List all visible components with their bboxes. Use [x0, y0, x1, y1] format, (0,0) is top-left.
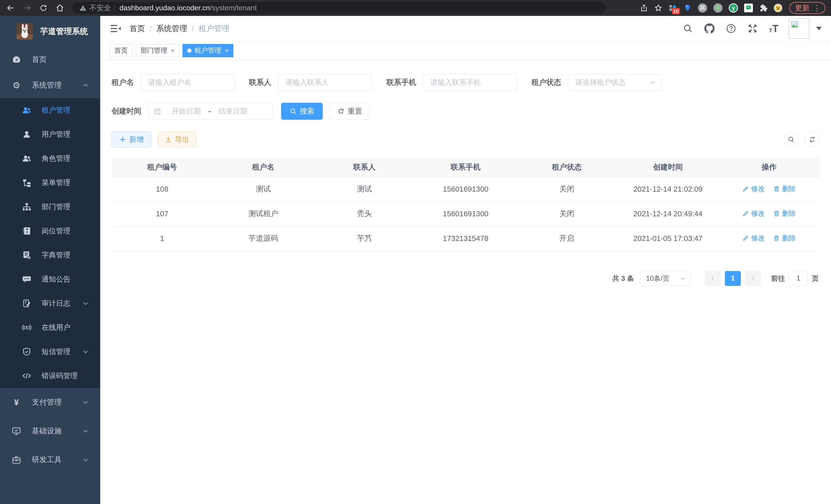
address-bar[interactable]: 不安全 dashboard.yudao.iocoder.cn/system/te… — [73, 2, 605, 14]
github-icon[interactable] — [704, 23, 715, 34]
delete-button[interactable]: 删除 — [773, 209, 796, 218]
close-icon[interactable]: × — [225, 47, 228, 54]
font-size-icon[interactable]: тT — [769, 23, 779, 34]
chat-extension-icon[interactable] — [744, 4, 753, 12]
export-button[interactable]: 导出 — [158, 131, 196, 147]
cell-created: 2021-12-14 21:02:09 — [618, 177, 719, 201]
status-select[interactable]: 请选择租户状态 — [568, 74, 662, 91]
extension-tabs-icon[interactable]: 10 — [668, 4, 677, 12]
browser-back-button[interactable] — [6, 3, 16, 13]
command-extension-icon[interactable]: ⌘ — [698, 3, 707, 12]
goto-label: 前往 — [771, 274, 785, 283]
sidebar-item-devtool[interactable]: 研发工具 — [0, 445, 100, 474]
end-date-input[interactable] — [212, 107, 253, 115]
browser-forward-button[interactable] — [22, 3, 32, 13]
sidebar-item-online-user[interactable]: 在线用户 — [0, 316, 100, 339]
cell-contact: 秃头 — [314, 201, 415, 226]
security-label[interactable]: 不安全 — [89, 3, 111, 13]
sidebar-item-tenant[interactable]: 租户管理 — [0, 98, 100, 122]
edit-button[interactable]: 修改 — [742, 209, 765, 218]
y-extension-icon[interactable]: y — [729, 3, 738, 12]
extensions-puzzle-icon[interactable] — [759, 4, 767, 12]
sidebar-toggle-icon[interactable] — [110, 24, 121, 33]
tab-home[interactable]: 首页 — [110, 44, 133, 57]
help-icon[interactable] — [726, 23, 736, 34]
chevron-down-icon — [82, 456, 89, 463]
edit-button[interactable]: 修改 — [742, 184, 765, 194]
edit-button[interactable]: 修改 — [742, 234, 765, 243]
page-size-select[interactable]: 10条/页 — [640, 271, 690, 286]
sidebar-item-sms[interactable]: 短信管理 — [0, 339, 100, 364]
breadcrumb-separator: / — [149, 24, 152, 33]
cell-actions: 修改删除 — [718, 201, 820, 226]
cell-created: 2021-12-14 20:49:44 — [618, 201, 719, 226]
sidebar-item-notice[interactable]: 通知公告 — [0, 267, 100, 291]
profile-avatar-icon[interactable] — [773, 3, 783, 12]
contact-input[interactable] — [278, 74, 372, 91]
sidebar-item-system[interactable]: ⚙ 系统管理 — [0, 72, 100, 98]
goto-page-input[interactable] — [789, 271, 808, 286]
trash-icon — [773, 210, 780, 217]
tab-label: 部门管理 — [141, 46, 167, 55]
cell-contact: 芋艿 — [314, 226, 415, 251]
breadcrumb-home[interactable]: 首页 — [130, 23, 145, 34]
top-navbar: 首页 / 系统管理 / 租户管理 тT — [100, 16, 831, 41]
sidebar-item-audit-log[interactable]: 审计日志 — [0, 291, 100, 316]
sidebar-item-dict[interactable]: 字典管理 — [0, 243, 100, 267]
recorder-extension-icon[interactable] — [713, 3, 722, 12]
chevron-down-icon — [82, 348, 89, 355]
sidebar-logo[interactable]: 芋道管理系统 — [0, 16, 100, 47]
start-date-input[interactable] — [166, 107, 207, 115]
sidebar-item-role[interactable]: 角色管理 — [0, 146, 100, 171]
cell-tenant-id: 107 — [112, 201, 213, 226]
delete-button[interactable]: 删除 — [773, 184, 796, 194]
tab-dept[interactable]: 部门管理 × — [136, 44, 179, 57]
breadcrumb-system[interactable]: 系统管理 — [156, 23, 187, 34]
export-button-label: 导出 — [175, 135, 190, 144]
tenant-name-input[interactable] — [141, 74, 235, 91]
delete-button[interactable]: 删除 — [773, 234, 796, 243]
col-phone: 联系手机 — [415, 158, 516, 177]
add-button[interactable]: 新增 — [112, 131, 151, 147]
phone-input[interactable] — [423, 74, 517, 91]
tenant-table: 租户编号 租户名 联系人 联系手机 租户状态 创建时间 操作 108 测试 测试 — [112, 158, 820, 251]
balloon-extension-icon[interactable] — [684, 4, 692, 12]
field-label: 租户状态 — [532, 77, 561, 88]
online-user-icon — [22, 323, 31, 332]
sidebar-item-infra[interactable]: 基础设施 — [0, 417, 100, 445]
reset-button[interactable]: 重置 — [329, 103, 370, 120]
user-menu-caret-icon[interactable] — [816, 27, 822, 30]
avatar[interactable] — [789, 18, 809, 39]
sidebar-item-home[interactable]: 首页 — [0, 47, 100, 72]
sidebar-item-errcode[interactable]: 错误码管理 — [0, 364, 100, 388]
pagination-goto: 前往 页 — [771, 271, 819, 286]
devtool-briefcase-icon — [12, 455, 21, 465]
sidebar-item-post[interactable]: 岗位管理 — [0, 219, 100, 243]
share-icon[interactable] — [640, 4, 648, 12]
sidebar-item-dept[interactable]: 部门管理 — [0, 195, 100, 219]
prev-page-button[interactable] — [705, 271, 721, 286]
browser-menu-icon[interactable]: ⋮ — [813, 4, 821, 12]
col-actions: 操作 — [718, 158, 820, 177]
breadcrumb: 首页 / 系统管理 / 租户管理 — [130, 23, 229, 34]
refresh-table-button[interactable] — [805, 132, 820, 147]
close-icon[interactable]: × — [171, 47, 174, 54]
col-tenant-name: 租户名 — [213, 158, 314, 177]
browser-update-button[interactable]: 更新 ⋮ — [790, 2, 825, 14]
sidebar-item-user[interactable]: 用户管理 — [0, 122, 100, 146]
browser-reload-button[interactable] — [38, 3, 48, 13]
search-button[interactable]: 搜索 — [281, 103, 323, 120]
extension-badge: 10 — [672, 8, 680, 14]
sidebar-item-menu[interactable]: 菜单管理 — [0, 171, 100, 195]
search-icon[interactable] — [683, 23, 693, 34]
toggle-search-button[interactable] — [784, 132, 799, 147]
fullscreen-icon[interactable] — [747, 23, 758, 34]
browser-home-button[interactable] — [55, 3, 65, 13]
page-number-button[interactable]: 1 — [725, 271, 741, 286]
date-range-picker[interactable]: - — [148, 103, 273, 120]
next-page-button[interactable] — [745, 271, 761, 286]
bookmark-star-icon[interactable] — [654, 4, 662, 12]
sidebar-item-pay[interactable]: ¥ 支付管理 — [0, 388, 100, 417]
breadcrumb-separator: / — [192, 24, 194, 33]
tab-tenant[interactable]: 租户管理 × — [182, 44, 233, 57]
